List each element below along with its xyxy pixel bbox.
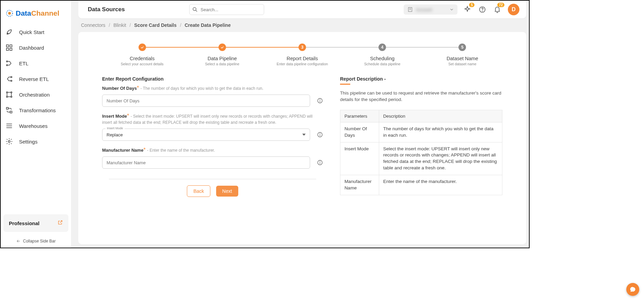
th-parameters: Parameters xyxy=(340,110,379,122)
sidebar-item-reverse-etl[interactable]: Reverse ETL xyxy=(1,71,71,87)
page-title: Data Sources xyxy=(88,6,125,13)
sidebar-item-warehouses[interactable]: Warehouses xyxy=(1,118,71,134)
step-sub: Select your account details xyxy=(102,62,182,66)
building-icon xyxy=(407,6,413,13)
description-title: Report Description - xyxy=(340,76,502,82)
breadcrumb-item[interactable]: Blinkit xyxy=(113,22,126,28)
sidebar-item-orchestration[interactable]: Orchestration xyxy=(1,87,71,102)
avatar[interactable]: D xyxy=(508,4,519,15)
rocket-icon xyxy=(5,28,13,36)
step-number: 3 xyxy=(299,44,306,51)
sidebar-item-label: ETL xyxy=(19,61,29,66)
account-name: Account xyxy=(416,7,432,12)
sidebar-item-transformations[interactable]: Transformations xyxy=(1,102,71,118)
svg-point-10 xyxy=(6,92,8,93)
search-input[interactable] xyxy=(189,4,264,15)
collapse-sidebar[interactable]: Collapse Side Bar xyxy=(1,235,71,248)
step-sub: Schedule data pipeline xyxy=(342,62,422,66)
sidebar: DataChannel Quick Start Dashboard ETL Re… xyxy=(1,1,71,248)
info-icon[interactable] xyxy=(317,132,323,138)
notifications-button[interactable]: 72 xyxy=(492,4,502,15)
svg-line-21 xyxy=(196,10,197,12)
svg-point-12 xyxy=(6,96,8,98)
chevron-left-icon xyxy=(16,239,21,244)
svg-point-32 xyxy=(320,133,320,134)
number-of-days-input[interactable] xyxy=(102,95,310,107)
svg-point-29 xyxy=(320,99,320,100)
step-credentials[interactable]: Credentials Select your account details xyxy=(102,44,182,66)
account-selector[interactable]: Account xyxy=(404,4,457,15)
breadcrumb-item[interactable]: Score Card Details xyxy=(134,22,177,28)
breadcrumb-item[interactable]: Connectors xyxy=(81,22,106,28)
bell-badge: 72 xyxy=(497,3,504,7)
divider xyxy=(109,179,316,179)
info-icon[interactable] xyxy=(317,98,323,104)
svg-point-9 xyxy=(11,80,12,82)
svg-point-19 xyxy=(8,140,10,142)
warehouses-icon xyxy=(5,122,13,130)
sparkle-button[interactable]: 5 xyxy=(462,4,472,15)
sidebar-item-etl[interactable]: ETL xyxy=(1,55,71,71)
info-icon[interactable] xyxy=(317,160,323,166)
topbar: Data Sources Account 5 72 D xyxy=(78,1,526,18)
main: Data Sources Account 5 72 D xyxy=(71,1,529,248)
th-description: Description xyxy=(379,110,502,122)
chevron-down-icon xyxy=(302,133,306,136)
step-sub: Select a data pipeline xyxy=(182,62,262,66)
field-label: Manufacturer Name xyxy=(102,148,143,153)
gear-icon xyxy=(5,138,13,145)
svg-point-6 xyxy=(6,61,8,62)
sidebar-item-label: Warehouses xyxy=(19,123,48,129)
svg-point-26 xyxy=(482,11,483,11)
step-sub: Enter data pipeline configuration xyxy=(262,62,342,66)
sidebar-item-label: Orchestration xyxy=(19,92,50,98)
nav: Quick Start Dashboard ETL Reverse ETL Or… xyxy=(1,21,71,212)
next-button[interactable]: Next xyxy=(216,186,238,197)
dashboard-icon xyxy=(5,44,13,51)
plan-box[interactable]: Professional xyxy=(3,214,68,232)
step-title: Report Details xyxy=(262,56,342,61)
table-row: Number Of DaysThe number of days for whi… xyxy=(340,122,502,142)
svg-rect-14 xyxy=(6,107,9,110)
breadcrumb: Connectors / Blinkit / Score Card Detail… xyxy=(71,18,529,32)
field-hint: - The number of days for which you wish … xyxy=(141,86,263,91)
logo[interactable]: DataChannel xyxy=(1,1,71,21)
sidebar-item-label: Transformations xyxy=(19,107,56,113)
form-heading: Enter Report Configuration xyxy=(102,76,323,82)
insert-mode-select[interactable]: Replace xyxy=(102,129,310,141)
sidebar-item-label: Reverse ETL xyxy=(19,76,49,82)
collapse-label: Collapse Side Bar xyxy=(23,239,55,244)
sidebar-item-settings[interactable]: Settings xyxy=(1,134,71,149)
parameters-table: Parameters Description Number Of DaysThe… xyxy=(340,110,502,195)
plan-name: Professional xyxy=(9,220,39,226)
sidebar-item-label: Settings xyxy=(19,139,37,145)
step-sub: Set dataset name xyxy=(422,62,502,66)
table-row: Insert ModeSelect the insert mode: UPSER… xyxy=(340,142,502,175)
manufacturer-name-input[interactable] xyxy=(102,156,310,169)
svg-rect-3 xyxy=(10,45,12,47)
check-icon xyxy=(139,44,146,51)
svg-point-1 xyxy=(8,12,11,15)
svg-rect-4 xyxy=(6,48,9,50)
svg-rect-15 xyxy=(10,111,12,113)
description-text: This pipeline can be used to request and… xyxy=(340,90,502,103)
sidebar-item-dashboard[interactable]: Dashboard xyxy=(1,40,71,55)
help-button[interactable] xyxy=(477,4,487,15)
sidebar-item-label: Dashboard xyxy=(19,45,44,51)
sidebar-item-label: Quick Start xyxy=(19,29,44,35)
breadcrumb-item: Create Data Pipeline xyxy=(184,22,230,28)
step-title: Data Pipeline xyxy=(182,56,262,61)
svg-rect-2 xyxy=(6,45,9,47)
accent-bar xyxy=(340,84,350,85)
orchestration-icon xyxy=(5,91,13,98)
sidebar-item-quick-start[interactable]: Quick Start xyxy=(1,24,71,40)
field-number-of-days: Number Of Days* - The number of days for… xyxy=(102,85,323,107)
reverse-etl-icon xyxy=(5,75,13,83)
step-number: 4 xyxy=(379,44,386,51)
svg-point-8 xyxy=(11,77,12,78)
field-manufacturer-name: Manufacturer Name* - Enter the name of t… xyxy=(102,147,323,169)
step-title: Credentials xyxy=(102,56,182,61)
back-button[interactable]: Back xyxy=(187,185,210,197)
svg-point-35 xyxy=(320,161,320,162)
field-hint: - Select the insert mode: UPSERT will in… xyxy=(102,114,312,125)
